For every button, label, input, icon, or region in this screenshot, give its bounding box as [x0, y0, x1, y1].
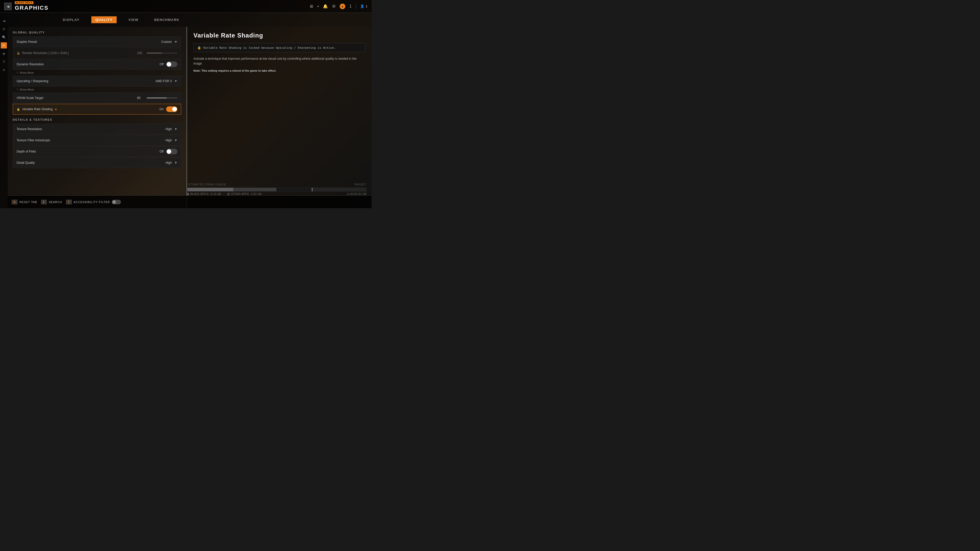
accessibility-toggle[interactable] [112, 200, 121, 204]
header: ◀ BLACK OPS 6 GRAPHICS ⊞ ▪ 🔔 ⚙ ▲ 1 👤 1 [0, 0, 372, 13]
search-key: F [41, 200, 47, 204]
render-resolution-fill [147, 52, 162, 54]
texture-resolution-arrow: ▼ [174, 127, 177, 131]
tab-benchmark[interactable]: BENCHMARK [150, 16, 183, 23]
upscaling-value: AMD FSR 3 ▼ [130, 79, 181, 83]
vrs-lock-icon: 🔒 [17, 108, 20, 111]
info-locked-text: Variable Rate Shading is locked because … [203, 46, 336, 49]
setting-variable-rate-shading[interactable]: 🔒 Variable Rate Shading ★ On [13, 104, 181, 114]
tab-view[interactable]: VIEW [124, 16, 142, 23]
dynamic-resolution-value: Off [130, 62, 181, 67]
bottom-bar: S RESET TAB F SEARCH T ACCESSIBILITY FIL… [8, 195, 372, 208]
reset-tab-label: RESET TAB [19, 200, 37, 203]
dynamic-resolution-label: Dynamic Resolution [13, 62, 130, 66]
vram-scale-track [147, 97, 177, 98]
setting-texture-filter[interactable]: Texture Filter Anisotropic High ▼ [13, 135, 181, 146]
camera-icon[interactable]: ▪ [317, 4, 319, 9]
setting-upscaling[interactable]: Upscaling / Sharpening AMD FSR 3 ▼ [13, 76, 181, 86]
bell-icon[interactable]: 🔔 [323, 4, 328, 9]
header-right: ⊞ ▪ 🔔 ⚙ ▲ 1 👤 1 [310, 3, 368, 9]
setting-graphic-preset[interactable]: Graphic Preset Custom ▼ [13, 37, 181, 47]
depth-of-field-toggle[interactable] [166, 149, 177, 154]
render-resolution-slider: 100 [137, 51, 177, 55]
setting-dynamic-resolution[interactable]: Dynamic Resolution Off [13, 59, 181, 70]
setting-depth-of-field[interactable]: Depth of Field Off [13, 146, 181, 157]
sidebar-icon-plus[interactable]: ⊕ [1, 67, 7, 73]
vram-scale-slider: 80 [137, 96, 177, 100]
settings-icon[interactable]: ⚙ [332, 4, 336, 9]
info-lock-icon: 🔒 [197, 46, 201, 49]
vram-scale-label: VRAM Scale Target [13, 96, 130, 100]
search-label: SEARCH [49, 200, 62, 203]
prestige-number: 1 [349, 4, 352, 9]
graphic-preset-label: Graphic Preset [13, 40, 130, 44]
sidebar-icon-edit[interactable]: ✏ [1, 42, 7, 48]
user-icon: 👤 [360, 4, 364, 8]
header-divider [356, 4, 356, 9]
detail-quality-arrow: ▼ [174, 161, 177, 165]
reset-tab-button[interactable]: S RESET TAB [12, 200, 37, 204]
detail-quality-label: Detail Quality [13, 161, 130, 165]
back-button[interactable]: ◀ [4, 3, 12, 10]
render-resolution-lock: 🔒 [17, 52, 20, 55]
dynamic-resolution-toggle[interactable] [166, 62, 177, 67]
graphic-preset-value: Custom ▼ [130, 40, 181, 44]
show-more-upscaling-arrow: └ [16, 88, 18, 91]
accessibility-label: ACCESSIBILITY FILTER [74, 200, 110, 203]
search-button[interactable]: F SEARCH [41, 200, 62, 204]
content-area: GLOBAL QUALITY Graphic Preset Custom ▼ 🔒… [8, 27, 372, 208]
texture-resolution-label: Texture Resolution [13, 127, 130, 131]
info-note-label: Note: [193, 69, 200, 72]
info-locked-banner: 🔒 Variable Rate Shading is locked becaus… [193, 43, 366, 52]
setting-render-resolution: 🔒 Render Resolution [ 2160 x 3240 ] 100 [13, 48, 181, 59]
vram-scale-fill [147, 97, 167, 98]
sidebar-icon-back[interactable]: ◀ [1, 18, 7, 24]
variable-rate-shading-label: 🔒 Variable Rate Shading ★ [13, 107, 130, 111]
variable-rate-shading-toggle[interactable] [166, 106, 177, 112]
grid-icon[interactable]: ⊞ [310, 4, 313, 9]
depth-of-field-value: Off [130, 149, 181, 154]
logo-area: BLACK OPS 6 GRAPHICS [15, 1, 48, 11]
texture-filter-value: High ▼ [130, 138, 181, 142]
accessibility-filter-button[interactable]: T ACCESSIBILITY FILTER [66, 200, 121, 204]
main-content: DISPLAY QUALITY VIEW BENCHMARK GLOBAL QU… [8, 13, 372, 208]
show-more-dynamic-arrow: └ [16, 71, 18, 74]
variable-rate-shading-value: On [130, 106, 181, 112]
sidebar-icon-grid[interactable]: ⊞ [1, 26, 7, 32]
tab-quality[interactable]: QUALITY [91, 16, 117, 23]
texture-resolution-value: High ▼ [130, 127, 181, 131]
tabs-bar: DISPLAY QUALITY VIEW BENCHMARK [8, 13, 372, 27]
detail-quality-value: High ▼ [130, 161, 181, 165]
setting-vram-scale[interactable]: VRAM Scale Target 80 [13, 93, 181, 103]
settings-panel: GLOBAL QUALITY Graphic Preset Custom ▼ 🔒… [8, 27, 186, 208]
vram-scale-value: 80 [130, 96, 181, 100]
setting-detail-quality[interactable]: Detail Quality High ▼ [13, 157, 181, 168]
show-more-upscaling[interactable]: └ Show More [13, 87, 181, 92]
global-quality-header: GLOBAL QUALITY [13, 31, 181, 34]
details-textures-header: DETAILS & TEXTURES [13, 118, 181, 121]
render-resolution-value: 100 [130, 51, 181, 55]
user-area: 👤 1 [360, 4, 368, 8]
page-title: GRAPHICS [15, 5, 48, 11]
setting-texture-resolution[interactable]: Texture Resolution High ▼ [13, 124, 181, 135]
accessibility-key: T [66, 200, 72, 204]
info-title: Variable Rate Shading [193, 32, 366, 39]
sidebar-icon-audio[interactable]: ◉ [1, 51, 7, 57]
render-resolution-track [147, 52, 177, 54]
prestige-badge: ▲ [340, 3, 345, 9]
render-resolution-label: 🔒 Render Resolution [ 2160 x 3240 ] [13, 51, 130, 55]
show-more-dynamic[interactable]: └ Show More [13, 70, 181, 75]
reset-tab-key: S [12, 200, 18, 204]
info-description: Activate a technique that improves perfo… [193, 56, 366, 66]
sidebar-icon-search[interactable]: 🔍 [1, 34, 7, 40]
upscaling-arrow: ▼ [174, 79, 177, 83]
user-number: 1 [366, 4, 368, 8]
vrs-star-icon: ★ [55, 108, 57, 111]
upscaling-label: Upscaling / Sharpening [13, 79, 130, 83]
info-note: Note: This setting requires a reboot of … [193, 69, 366, 72]
sidebar-icon-list[interactable]: ☰ [1, 59, 7, 65]
graphic-preset-arrow: ▼ [174, 40, 177, 44]
sidebar: ◀ ⊞ 🔍 ✏ ◉ ☰ ⊕ [0, 13, 8, 208]
tab-display[interactable]: DISPLAY [59, 16, 84, 23]
depth-of-field-label: Depth of Field [13, 150, 130, 153]
